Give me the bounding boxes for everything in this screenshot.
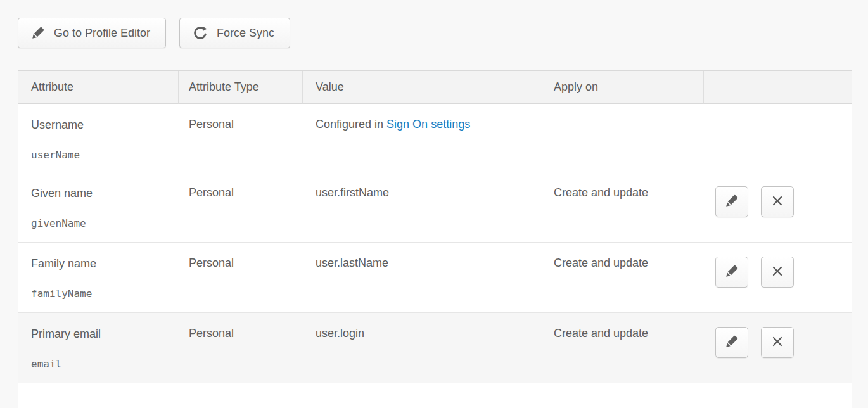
apply-on-cell: Create and update bbox=[544, 172, 704, 242]
attribute-variable-name: familyName bbox=[31, 288, 178, 300]
force-sync-button[interactable]: Force Sync bbox=[179, 18, 290, 48]
x-icon bbox=[771, 265, 784, 279]
value-cell: user.login bbox=[303, 312, 544, 383]
table-row-partial bbox=[18, 383, 852, 408]
delete-attribute-button[interactable] bbox=[761, 257, 794, 288]
column-header-actions bbox=[704, 71, 852, 104]
column-header-attribute: Attribute bbox=[18, 71, 179, 104]
delete-attribute-button[interactable] bbox=[761, 186, 794, 217]
column-header-apply-on: Apply on bbox=[544, 71, 704, 104]
table-row: Given name givenName Personal user.first… bbox=[18, 172, 852, 242]
table-row: Primary email email Personal user.login … bbox=[18, 312, 852, 383]
column-header-value: Value bbox=[303, 71, 544, 104]
pencil-icon bbox=[725, 264, 739, 280]
value-cell: user.firstName bbox=[303, 172, 544, 242]
sign-on-settings-link[interactable]: Sign On settings bbox=[386, 118, 470, 131]
x-icon bbox=[771, 335, 784, 350]
apply-on-cell: Create and update bbox=[544, 312, 704, 383]
attribute-type-cell: Personal bbox=[179, 242, 303, 312]
force-sync-label: Force Sync bbox=[217, 27, 274, 40]
pencil-icon bbox=[725, 335, 739, 350]
refresh-icon bbox=[193, 25, 208, 41]
actions-cell bbox=[704, 172, 852, 242]
actions-cell bbox=[704, 312, 852, 383]
apply-on-cell: Create and update bbox=[544, 242, 704, 312]
attribute-variable-name: givenName bbox=[31, 217, 178, 230]
attribute-variable-name: userName bbox=[31, 149, 178, 162]
attribute-display-name: Family name bbox=[31, 257, 178, 271]
attribute-display-name: Given name bbox=[31, 186, 178, 200]
apply-on-cell bbox=[544, 104, 704, 172]
value-text: Configured in bbox=[316, 118, 383, 131]
attribute-variable-name: email bbox=[31, 358, 178, 371]
pencil-icon bbox=[725, 194, 739, 210]
edit-attribute-button[interactable] bbox=[715, 327, 748, 358]
attribute-mapping-table: Attribute Attribute Type Value Apply on … bbox=[18, 70, 852, 408]
x-icon bbox=[771, 194, 784, 209]
attribute-type-cell: Personal bbox=[179, 104, 303, 172]
go-to-profile-editor-button[interactable]: Go to Profile Editor bbox=[18, 18, 166, 48]
value-cell: Configured in Sign On settings bbox=[303, 104, 544, 172]
attribute-type-cell: Personal bbox=[179, 172, 303, 242]
table-header-row: Attribute Attribute Type Value Apply on bbox=[18, 71, 852, 104]
value-cell: user.lastName bbox=[303, 242, 544, 312]
attribute-display-name: Username bbox=[31, 118, 178, 132]
edit-attribute-button[interactable] bbox=[715, 257, 748, 288]
attribute-display-name: Primary email bbox=[31, 327, 178, 341]
actions-cell bbox=[704, 104, 852, 172]
table-row: Family name familyName Personal user.las… bbox=[18, 242, 852, 312]
pencil-icon bbox=[31, 26, 45, 40]
attribute-type-cell: Personal bbox=[179, 312, 303, 383]
delete-attribute-button[interactable] bbox=[761, 327, 794, 358]
go-to-profile-editor-label: Go to Profile Editor bbox=[54, 27, 150, 40]
actions-cell bbox=[704, 242, 852, 312]
attribute-mappings-page: Go to Profile Editor Force Sync Attribut… bbox=[0, 0, 868, 408]
edit-attribute-button[interactable] bbox=[715, 186, 748, 217]
column-header-attribute-type: Attribute Type bbox=[179, 71, 303, 104]
table-row: Username userName Personal Configured in… bbox=[18, 104, 852, 172]
toolbar: Go to Profile Editor Force Sync bbox=[18, 18, 290, 48]
